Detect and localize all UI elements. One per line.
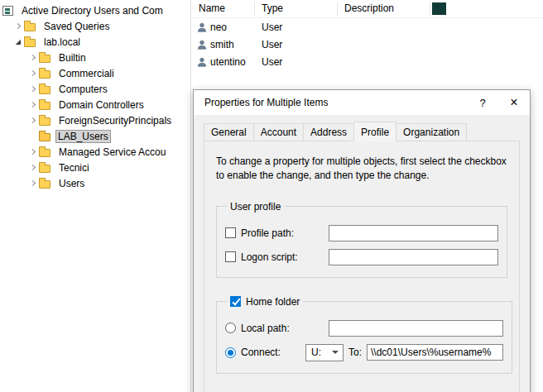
tab-address[interactable]: Address: [303, 123, 354, 141]
list-item-smith[interactable]: smith User: [192, 36, 543, 53]
tree-item-lab-local[interactable]: lab.local: [0, 34, 190, 50]
connect-row: Connect: U: To:: [225, 344, 503, 361]
user-profile-group-label: User profile: [227, 201, 284, 213]
column-header-type[interactable]: Type: [255, 2, 338, 16]
folder-icon: [39, 55, 50, 63]
dialog-titlebar[interactable]: Properties for Multiple Items ? ×: [194, 90, 530, 115]
tree-item-users[interactable]: Users: [0, 175, 190, 191]
dialog-description: To change a property for multiple object…: [216, 155, 507, 183]
tree-item-computers[interactable]: Computers: [0, 81, 190, 97]
tree-item-domain-controllers[interactable]: Domain Controllers: [0, 97, 190, 112]
tree-item-label: Computers: [55, 82, 111, 97]
profile-path-label: Profile path:: [241, 227, 324, 239]
folder-icon: [24, 23, 36, 31]
chevron-right-icon[interactable]: [26, 114, 39, 127]
tree-item-label: LAB_Users: [55, 130, 111, 143]
chevron-right-icon[interactable]: [26, 177, 39, 189]
chevron-right-icon[interactable]: [26, 146, 39, 158]
tree-item-label: Users: [55, 176, 88, 191]
column-header-name[interactable]: Name: [192, 2, 255, 16]
user-icon: [197, 22, 207, 32]
home-folder-checkbox[interactable]: [230, 296, 241, 307]
folder-icon: [39, 165, 50, 173]
chevron-right-icon[interactable]: [26, 161, 39, 174]
tab-account[interactable]: Account: [253, 123, 304, 141]
chevron-right-icon[interactable]: [26, 67, 39, 79]
tree-item-root[interactable]: Active Directory Users and Com: [0, 2, 190, 18]
user-type: User: [255, 39, 338, 50]
local-path-radio[interactable]: [225, 323, 236, 333]
tab-general[interactable]: General: [204, 123, 254, 141]
home-folder-group-legend: Home folder: [227, 296, 303, 308]
list-item-neo[interactable]: neo User: [192, 18, 543, 36]
tab-organization[interactable]: Organization: [396, 123, 467, 141]
tab-strip: General Account Address Profile Organiza…: [194, 115, 530, 141]
console-dark-icon: [432, 2, 446, 15]
connect-path-input[interactable]: [367, 344, 503, 361]
drive-letter-value: U:: [311, 347, 321, 358]
profile-path-row: Profile path:: [225, 225, 498, 241]
connect-label: Connect:: [241, 347, 300, 358]
to-label: To:: [348, 347, 362, 358]
chevron-right-icon[interactable]: [12, 20, 24, 32]
profile-path-checkbox[interactable]: [225, 227, 236, 238]
logon-script-row: Logon script:: [225, 249, 498, 265]
local-path-row: Local path:: [225, 320, 503, 337]
local-path-label: Local path:: [241, 323, 324, 334]
help-button[interactable]: ?: [467, 90, 498, 115]
user-name: neo: [210, 22, 227, 33]
chevron-down-icon: [332, 351, 339, 354]
logon-script-input[interactable]: [329, 249, 498, 265]
chevron-right-icon[interactable]: [26, 83, 39, 95]
domain-icon: [24, 39, 36, 47]
tree-item-builtin[interactable]: Builtin: [0, 50, 190, 65]
folder-icon: [39, 180, 50, 189]
home-folder-group: Home folder Local path: Connect: U: To:: [216, 296, 512, 374]
chevron-right-icon[interactable]: [26, 98, 39, 111]
console-tree: Active Directory Users and Com Saved Que…: [0, 0, 191, 392]
tree-item-label: Tecnici: [55, 160, 93, 175]
logon-script-label: Logon script:: [241, 251, 324, 263]
logon-script-checkbox[interactable]: [225, 251, 236, 262]
user-icon: [197, 57, 207, 67]
folder-icon: [39, 117, 50, 126]
column-header-description[interactable]: Description: [338, 2, 430, 16]
tree-item-foreign-security-principals[interactable]: ForeignSecurityPrincipals: [0, 112, 190, 128]
user-type: User: [255, 22, 338, 33]
drive-letter-dropdown[interactable]: U:: [305, 344, 344, 361]
local-path-input[interactable]: [329, 320, 503, 337]
tree-item-managed-service-accounts[interactable]: Managed Service Accou: [0, 144, 190, 160]
user-name: smith: [210, 39, 234, 50]
tree-item-lab-users[interactable]: LAB_Users: [0, 128, 190, 144]
profile-path-input[interactable]: [329, 225, 498, 241]
active-directory-icon: [2, 6, 13, 16]
folder-icon: [39, 102, 50, 110]
tree-item-tecnici[interactable]: Tecnici: [0, 160, 190, 175]
user-icon: [197, 40, 207, 50]
folder-icon: [39, 86, 50, 94]
list-item-utentino[interactable]: utentino User: [192, 53, 543, 70]
folder-icon: [39, 149, 50, 157]
connect-radio[interactable]: [225, 347, 236, 358]
tree-item-label: Managed Service Accou: [55, 145, 169, 160]
chevron-down-icon[interactable]: [12, 36, 24, 48]
folder-icon: [39, 70, 50, 79]
tree-item-commerciali[interactable]: Commerciali: [0, 65, 190, 81]
tree-item-label: Saved Queries: [41, 19, 113, 34]
tree-item-label: Active Directory Users and Com: [18, 3, 166, 18]
tree-item-label: Domain Controllers: [55, 98, 147, 112]
tab-profile[interactable]: Profile: [353, 122, 396, 141]
open-folder-icon: [39, 133, 50, 141]
chevron-right-icon[interactable]: [26, 130, 39, 142]
chevron-right-icon[interactable]: [26, 51, 39, 64]
close-button[interactable]: ×: [498, 90, 530, 115]
tree-item-label: ForeignSecurityPrincipals: [55, 113, 175, 128]
profile-tab-page: To change a property for multiple object…: [204, 141, 520, 392]
tree-item-label: Commerciali: [55, 66, 118, 81]
home-folder-label: Home folder: [246, 296, 300, 308]
list-header: Name Type Description: [192, 0, 543, 18]
dialog-title: Properties for Multiple Items: [194, 97, 467, 108]
user-type: User: [255, 56, 338, 68]
tree-item-saved-queries[interactable]: Saved Queries: [0, 18, 190, 34]
tree-item-label: lab.local: [41, 35, 84, 50]
